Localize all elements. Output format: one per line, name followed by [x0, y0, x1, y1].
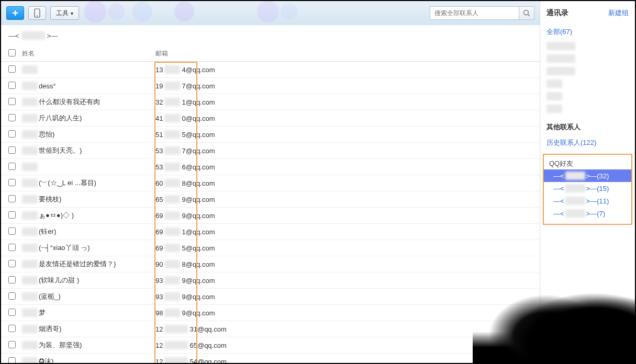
- row-checkbox[interactable]: [8, 163, 16, 170]
- contact-email: 659@qq.com: [155, 195, 540, 203]
- svg-point-2: [524, 10, 529, 15]
- contact-email: 691@qq.com: [155, 228, 540, 236]
- current-group-title: —<>—: [1, 25, 540, 46]
- qq-group-item[interactable]: —<>—(15): [544, 182, 631, 195]
- row-checkbox[interactable]: [8, 260, 16, 267]
- table-row[interactable]: (┈┤°xiao丫頭 っ)695@qq.com: [1, 240, 540, 256]
- contact-email: 908@qq.com: [155, 260, 540, 268]
- qq-group-item[interactable]: —<>—(32): [544, 169, 631, 182]
- contact-email: 699@qq.com: [155, 211, 540, 220]
- contact-email: 321@qq.com: [155, 98, 540, 106]
- contact-name: (软味儿の甜 ): [22, 276, 155, 285]
- table-row[interactable]: 要桃枝)659@qq.com: [1, 191, 540, 208]
- contact-name: (蓝栀_): [22, 292, 155, 301]
- toolbar: + 工具 ▾: [1, 1, 540, 25]
- contact-email: 1265@qq.com: [155, 341, 540, 349]
- contact-email: 1231@qq.com: [155, 325, 540, 333]
- contact-name: ぁ●ㅂ●)◇ ): [22, 211, 155, 220]
- row-checkbox[interactable]: [8, 292, 16, 300]
- row-checkbox[interactable]: [8, 82, 16, 89]
- row-checkbox[interactable]: [8, 114, 16, 121]
- tools-label: 工具: [56, 9, 69, 18]
- row-checkbox[interactable]: [8, 179, 16, 186]
- sidebar-history-contacts[interactable]: 历史联系人(122): [540, 135, 635, 151]
- table-row[interactable]: 斤八叽的人生)410@qq.com: [1, 110, 540, 127]
- table-row[interactable]: dess°197@qq.com: [1, 78, 540, 94]
- table-row[interactable]: 什么都没有我还有肉321@qq.com: [1, 94, 540, 110]
- table-row[interactable]: (蓝栀_)939@qq.com: [1, 289, 540, 305]
- row-checkbox[interactable]: [8, 146, 16, 154]
- table-row[interactable]: (软味儿の甜 )939@qq.com: [1, 272, 540, 289]
- contact-email: 410@qq.com: [155, 114, 540, 122]
- row-checkbox[interactable]: [8, 325, 16, 332]
- contact-name: 烟洒哥): [22, 324, 155, 334]
- select-all-checkbox[interactable]: [8, 49, 16, 56]
- qq-group-item[interactable]: —<>—(7): [544, 207, 631, 220]
- contact-name: 是友情还是错过的爱情？): [22, 259, 155, 269]
- contact-name: 梦: [22, 308, 155, 317]
- table-row[interactable]: 梦989@qq.com: [1, 305, 540, 321]
- contact-name: 斤八叽的人生): [22, 113, 155, 123]
- contact-name: (钰er): [22, 227, 155, 236]
- contact-name: dess°: [22, 82, 155, 90]
- column-name: 姓名: [22, 49, 155, 58]
- column-email: 邮箱: [155, 49, 540, 58]
- table-row[interactable]: 是友情还是错过的爱情？)908@qq.com: [1, 256, 540, 272]
- row-checkbox[interactable]: [8, 244, 16, 251]
- sidebar: 通讯录 新建组 全部(67) 其他联系人 历史联系人(122) QQ好友 —<>…: [540, 1, 635, 363]
- contact-name: (﹀(☆‿L ei ...慕目): [22, 178, 155, 188]
- contact-name: 要桃枝): [22, 195, 155, 204]
- contact-email: 939@qq.com: [155, 292, 540, 301]
- qq-group-item[interactable]: —<>—(11): [544, 195, 631, 207]
- row-checkbox[interactable]: [8, 211, 16, 219]
- contact-email: 608@qq.com: [155, 179, 540, 187]
- row-checkbox[interactable]: [8, 195, 16, 202]
- table-row[interactable]: ぁ●ㅂ●)◇ )699@qq.com: [1, 208, 540, 224]
- row-checkbox[interactable]: [8, 309, 16, 316]
- row-checkbox[interactable]: [8, 228, 16, 235]
- contact-email: 989@qq.com: [155, 309, 540, 317]
- contact-email: 515@qq.com: [155, 130, 540, 139]
- contact-name: 什么都没有我还有肉: [22, 97, 155, 107]
- table-row[interactable]: 思怡)515@qq.com: [1, 127, 540, 143]
- row-checkbox[interactable]: [8, 276, 16, 283]
- table-header: 姓名 邮箱: [1, 46, 540, 62]
- row-checkbox[interactable]: [8, 98, 16, 105]
- table-row[interactable]: ✪沫)1254@qq.com: [1, 354, 540, 363]
- add-button[interactable]: +: [6, 6, 24, 20]
- contact-name: ✪沫): [22, 357, 155, 363]
- phone-button[interactable]: [28, 6, 46, 20]
- table-row[interactable]: 为装、那坚强)1265@qq.com: [1, 337, 540, 354]
- row-checkbox[interactable]: [8, 357, 16, 363]
- table-row[interactable]: (钰er)691@qq.com: [1, 224, 540, 240]
- sidebar-other-title: 其他联系人: [540, 115, 635, 135]
- row-checkbox[interactable]: [8, 130, 16, 138]
- row-checkbox[interactable]: [8, 341, 16, 348]
- table-row[interactable]: 世俗到天亮。)537@qq.com: [1, 143, 540, 159]
- sidebar-group-list: [540, 40, 635, 115]
- phone-icon: [34, 8, 40, 18]
- table-row[interactable]: (﹀(☆‿L ei ...慕目)608@qq.com: [1, 175, 540, 191]
- contact-name: (┈┤°xiao丫頭 っ): [22, 243, 155, 253]
- svg-line-3: [528, 15, 530, 17]
- chevron-down-icon: ▾: [71, 10, 73, 16]
- contact-name: 世俗到天亮。): [22, 146, 155, 155]
- contact-email: 1254@qq.com: [155, 357, 540, 363]
- new-group-link[interactable]: 新建组: [608, 8, 629, 18]
- contact-email: 939@qq.com: [155, 276, 540, 285]
- contact-list[interactable]: 134@qq.comdess°197@qq.com什么都没有我还有肉321@qq…: [1, 62, 540, 363]
- search-button[interactable]: [519, 6, 534, 20]
- contact-name: [22, 65, 155, 74]
- tools-button[interactable]: 工具 ▾: [50, 6, 79, 20]
- contact-name: 思怡): [22, 130, 155, 139]
- search-input[interactable]: [430, 6, 519, 20]
- qq-friends-box: QQ好友 —<>—(32)—<>—(15)—<>—(11)—<>—(7): [543, 154, 632, 225]
- contact-name: 为装、那坚强): [22, 340, 155, 350]
- sidebar-all-contacts[interactable]: 全部(67): [540, 24, 635, 40]
- table-row[interactable]: 134@qq.com: [1, 62, 540, 78]
- qq-friends-title: QQ好友: [544, 155, 631, 169]
- sidebar-title: 通讯录: [546, 8, 568, 18]
- table-row[interactable]: 烟洒哥)1231@qq.com: [1, 321, 540, 337]
- row-checkbox[interactable]: [8, 65, 16, 73]
- table-row[interactable]: 536@qq.com: [1, 159, 540, 175]
